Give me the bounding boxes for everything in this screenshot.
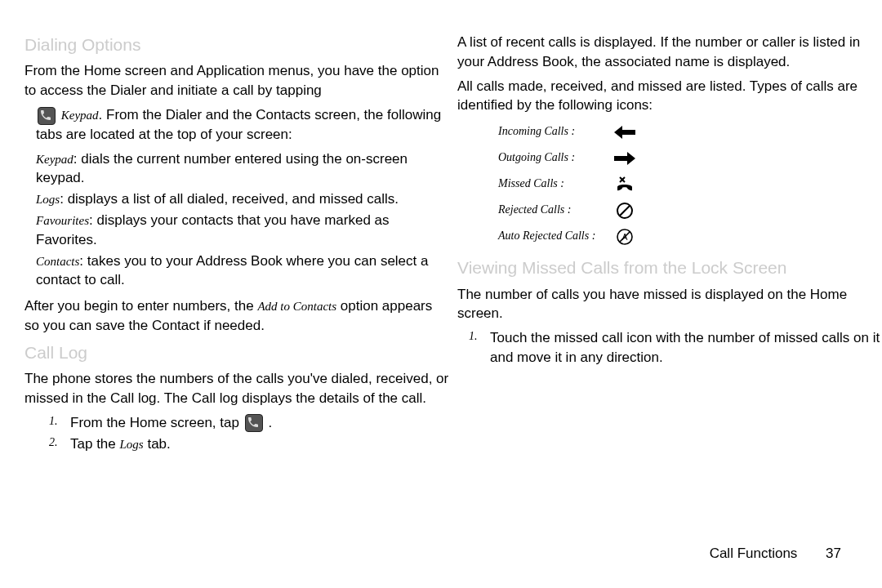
tabs-logs: Logs: displays a list of all dialed, rec… bbox=[36, 189, 449, 209]
heading-call-log: Call Log bbox=[24, 341, 449, 364]
tabs-keypad: Keypad: dials the current number entered… bbox=[36, 149, 449, 189]
tab-fav-label: Favourites bbox=[36, 214, 89, 227]
tab-contacts-desc: : takes you to your Address Book where y… bbox=[36, 253, 428, 288]
page-footer: Call Functions 37 bbox=[710, 544, 841, 564]
right-step-1-num: 1. bbox=[469, 328, 490, 368]
footer-page-number: 37 bbox=[826, 546, 841, 561]
right-column: A list of recent calls is displayed. If … bbox=[457, 33, 882, 455]
row-outgoing: Outgoing Calls : bbox=[498, 146, 882, 169]
call-type-icon-list: Incoming Calls : Outgoing Calls : Missed… bbox=[498, 120, 882, 247]
label-incoming: Incoming Calls : bbox=[498, 123, 612, 140]
tab-contacts-label: Contacts bbox=[36, 255, 79, 268]
tab-keypad-label: Keypad bbox=[36, 153, 74, 166]
label-rejected: Rejected Calls : bbox=[498, 202, 612, 218]
arrow-left-icon bbox=[612, 122, 637, 141]
add-to-contacts-label: Add to Contacts bbox=[257, 300, 336, 313]
manual-page: Dialing Options From the Home screen and… bbox=[0, 0, 882, 588]
intro-text: From the Home screen and Application men… bbox=[24, 63, 439, 98]
tab-keypad-desc: : dials the current number entered using… bbox=[36, 151, 408, 186]
step-1-num: 1. bbox=[49, 413, 70, 433]
row-rejected: Rejected Calls : bbox=[498, 198, 882, 221]
keypad-line: Keypad. From the Dialer and the Contacts… bbox=[36, 105, 449, 145]
step-1a: From the Home screen, tap bbox=[70, 415, 243, 430]
intro-para: From the Home screen and Application men… bbox=[24, 61, 449, 100]
phone-icon bbox=[245, 414, 263, 432]
footer-section: Call Functions bbox=[710, 546, 798, 561]
left-column: Dialing Options From the Home screen and… bbox=[24, 33, 457, 455]
call-log-para: The phone stores the numbers of the call… bbox=[24, 369, 449, 408]
missed-home-para: The number of calls you have missed is d… bbox=[457, 285, 882, 324]
step-2-num: 2. bbox=[49, 434, 70, 454]
heading-dialing-options: Dialing Options bbox=[24, 33, 449, 56]
row-missed: Missed Calls : bbox=[498, 172, 882, 195]
tab-logs-label: Logs bbox=[36, 193, 60, 206]
label-outgoing: Outgoing Calls : bbox=[498, 149, 612, 166]
step-2b: tab. bbox=[144, 436, 171, 452]
right-step-1-body: Touch the missed call icon with the numb… bbox=[490, 328, 882, 368]
phone-icon bbox=[38, 107, 56, 125]
keypad-label-inline: Keypad bbox=[61, 109, 99, 122]
step-1: 1. From the Home screen, tap . bbox=[49, 413, 449, 433]
missed-phone-icon bbox=[612, 174, 637, 194]
step-1-body: From the Home screen, tap . bbox=[70, 413, 449, 433]
recent-calls-para: A list of recent calls is displayed. If … bbox=[457, 33, 882, 72]
right-step-1: 1. Touch the missed call icon with the n… bbox=[469, 328, 882, 368]
p2a: After you begin to enter numbers, the bbox=[24, 298, 257, 314]
no-entry-a-icon: A bbox=[612, 226, 637, 246]
tabs-fav: Favourites: displays your contacts that … bbox=[36, 211, 449, 250]
step-2-logs: Logs bbox=[120, 438, 144, 451]
no-entry-icon bbox=[612, 200, 637, 220]
row-incoming: Incoming Calls : bbox=[498, 120, 882, 143]
heading-viewing-missed: Viewing Missed Calls from the Lock Scree… bbox=[457, 256, 882, 279]
tab-fav-desc: : displays your contacts that you have m… bbox=[36, 212, 390, 247]
row-auto-rejected: Auto Rejected Calls : A bbox=[498, 225, 882, 247]
tab-logs-desc: : displays a list of all dialed, receive… bbox=[60, 191, 399, 207]
svg-text:A: A bbox=[622, 233, 628, 242]
tabs-contacts: Contacts: takes you to your Address Book… bbox=[36, 252, 449, 291]
step-2: 2. Tap the Logs tab. bbox=[49, 434, 449, 454]
add-contacts-para: After you begin to enter numbers, the Ad… bbox=[24, 296, 449, 336]
svg-line-1 bbox=[620, 206, 630, 216]
step-1b: . bbox=[268, 415, 272, 430]
all-calls-para: All calls made, received, and missed are… bbox=[457, 77, 882, 116]
label-auto-rejected: Auto Rejected Calls : bbox=[498, 228, 612, 244]
step-2-body: Tap the Logs tab. bbox=[70, 434, 449, 454]
label-missed: Missed Calls : bbox=[498, 176, 612, 192]
arrow-right-icon bbox=[612, 148, 637, 167]
step-2a: Tap the bbox=[70, 436, 120, 452]
